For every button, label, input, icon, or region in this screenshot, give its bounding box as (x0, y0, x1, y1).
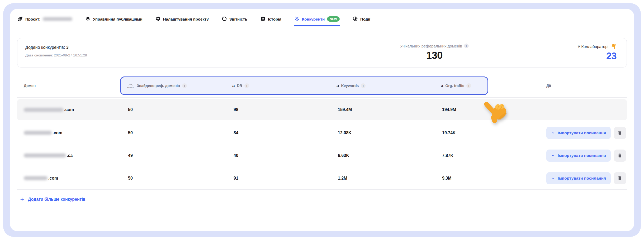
plus-icon (20, 197, 25, 202)
info-icon[interactable]: i (361, 83, 366, 88)
chevron-down-icon (551, 176, 555, 180)
nav-item-label: Проєкт: (25, 17, 40, 21)
chevron-down-icon (551, 131, 555, 135)
table-row[interactable]: .com 50 98 159.4M 194.9M (17, 99, 627, 120)
import-links-button[interactable]: Імпортувати посилання (546, 172, 611, 184)
summary-bar: Додано конкурентів: 3 Дата оновлення: 20… (17, 38, 627, 68)
info-icon[interactable]: i (464, 44, 469, 48)
blurred-project-name (43, 17, 72, 21)
nav-item-history[interactable]: Історія (260, 16, 281, 22)
col-header-actions: Дії (534, 84, 627, 88)
import-links-button[interactable]: Імпортувати посилання (546, 127, 611, 139)
header-divider (17, 97, 627, 98)
domain-suffix: .com (53, 131, 62, 135)
add-more-competitors-button[interactable]: Додати більше конкурентів (18, 197, 87, 202)
main-card: Проєкт: Управління публікаціями Налаштув… (10, 9, 634, 231)
ahrefs-icon: a (232, 83, 235, 88)
layers-icon (85, 16, 91, 22)
nav-item-label: Конкуренти (302, 17, 325, 21)
actions-cell: Імпортувати посилання (534, 150, 627, 162)
dr-value: 98 (226, 107, 330, 112)
col-header-keywords[interactable]: a Keywords i (330, 83, 434, 88)
found-ref-domains-value: 50 (120, 131, 226, 135)
trash-icon (617, 176, 622, 181)
found-ref-domains-value: 50 (120, 176, 226, 181)
domain-cell: .com (17, 107, 120, 112)
actions-cell: Імпортувати посилання (534, 172, 627, 184)
domain-suffix: .ca (67, 153, 73, 158)
unique-ref-domains-value: 130 (390, 50, 479, 61)
nav-item-events[interactable]: Події (353, 16, 370, 22)
found-ref-domains-value: 50 (120, 107, 226, 112)
org-traffic-value: 194.9M (434, 107, 534, 112)
blurred-domain-prefix (24, 108, 63, 112)
history-download-icon (260, 16, 266, 22)
keywords-value: 1.2M (330, 176, 434, 181)
info-icon[interactable]: i (244, 83, 249, 88)
delete-competitor-button[interactable] (614, 127, 626, 139)
nav-item-project[interactable]: Проєкт: (18, 16, 72, 22)
dr-value: 91 (226, 176, 330, 181)
org-traffic-value: 9.3M (434, 176, 534, 181)
nav-item-settings[interactable]: Налаштування проєкту (155, 16, 209, 22)
gear-icon (155, 16, 161, 22)
trash-icon (617, 153, 622, 158)
trash-icon (617, 130, 622, 135)
pointing-down-hand-icon (611, 44, 617, 49)
org-traffic-value: 7.87K (434, 153, 534, 158)
keywords-value: 6.63K (330, 153, 434, 158)
in-collaborator-stat: У Коллабораторі 23 (578, 44, 617, 62)
blurred-domain-prefix (24, 153, 66, 157)
domain-suffix: .com (64, 107, 74, 112)
competitors-table: Домен MAJESTIC Знайдено реф. доменів i (17, 76, 627, 203)
actions-cell: Імпортувати посилання (534, 127, 627, 139)
delete-competitor-button[interactable] (614, 172, 626, 184)
nav-item-label: Події (360, 17, 370, 21)
ahrefs-icon: a (337, 83, 339, 88)
project-nav: Проєкт: Управління публікаціями Налаштув… (18, 15, 370, 23)
chevron-down-icon (551, 153, 555, 157)
domain-suffix: .com (48, 176, 58, 181)
col-header-domain[interactable]: Домен (17, 84, 120, 88)
info-icon[interactable]: i (182, 83, 187, 88)
import-links-button[interactable]: Імпортувати посилання (546, 150, 611, 162)
crossed-swords-icon (294, 16, 300, 22)
nav-item-reports[interactable]: Звітність (222, 16, 247, 22)
rocket-icon (18, 16, 23, 22)
table-header: Домен MAJESTIC Знайдено реф. доменів i (17, 76, 627, 95)
page-background: Проєкт: Управління публікаціями Налаштув… (3, 3, 641, 237)
org-traffic-value: 19.74K (434, 131, 534, 135)
nav-item-competitors[interactable]: Конкуренти NEW (294, 16, 340, 22)
added-competitors: Додано конкурентів: 3 (25, 45, 87, 50)
nav-item-label: Налаштування проєкту (163, 17, 209, 21)
nav-item-label: Управління публікаціями (93, 17, 142, 21)
domain-cell: .com (17, 176, 120, 181)
in-collaborator-value: 23 (578, 51, 617, 62)
delete-competitor-button[interactable] (614, 150, 626, 162)
new-badge: NEW (327, 16, 340, 22)
unique-ref-domains-stat: Унікальних реферальних доменів i 130 (390, 44, 479, 61)
blurred-domain-prefix (24, 131, 52, 135)
col-header-org-traffic[interactable]: a Org. traffic i (434, 83, 534, 88)
info-icon[interactable]: i (466, 83, 471, 88)
nav-item-publications[interactable]: Управління публікаціями (85, 16, 142, 22)
nav-item-label: Історія (268, 17, 281, 21)
keywords-value: 159.4M (330, 107, 434, 112)
dr-value: 84 (226, 131, 330, 135)
update-date: Дата оновлення: 2025-08-27 16:51:28 (25, 53, 87, 57)
timelapse-clock-icon (353, 16, 358, 22)
unique-ref-domains-label: Унікальних реферальних доменів (400, 44, 462, 48)
col-header-found-ref-domains[interactable]: MAJESTIC Знайдено реф. доменів i (120, 83, 226, 89)
report-donut-icon (222, 16, 227, 22)
table-row[interactable]: .com 50 84 12.08K 19.74K Імпортувати пос… (17, 122, 627, 144)
table-row[interactable]: .com 50 91 1.2M 9.3M Імпортувати посилан… (17, 167, 627, 190)
table-row[interactable]: .ca 49 40 6.63K 7.87K Імпортувати посила… (17, 144, 627, 167)
dr-value: 40 (226, 153, 330, 158)
majestic-icon: MAJESTIC (127, 83, 135, 89)
domain-cell: .com (17, 131, 120, 135)
in-collaborator-label: У Коллабораторі (578, 44, 608, 49)
nav-item-label: Звітність (229, 17, 247, 21)
ahrefs-icon: a (441, 83, 443, 88)
keywords-value: 12.08K (330, 131, 434, 135)
col-header-dr[interactable]: a DR i (226, 83, 330, 88)
